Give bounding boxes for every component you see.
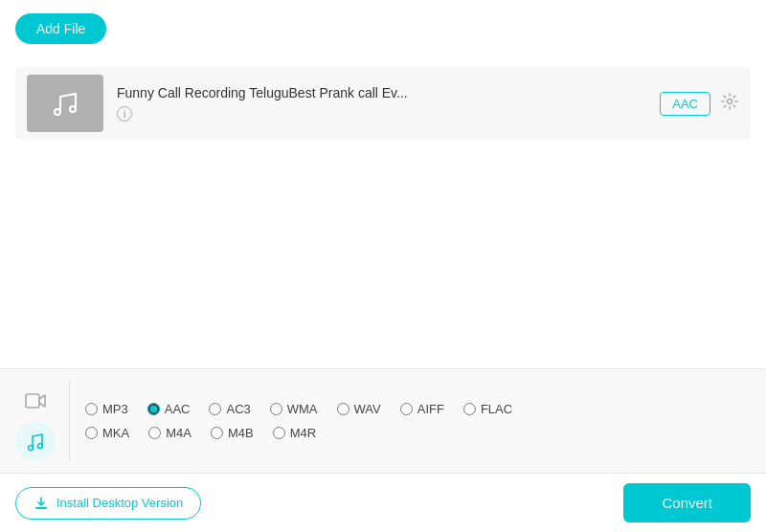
format-option-m4b[interactable]: M4B (211, 426, 254, 440)
tab-audio[interactable] (15, 421, 56, 461)
svg-point-2 (728, 99, 732, 103)
format-row-1: MP3 AAC AC3 WMA WAV AIFF F (85, 402, 751, 416)
format-option-m4a[interactable]: M4A (148, 426, 192, 440)
format-options: MP3 AAC AC3 WMA WAV AIFF F (85, 381, 751, 461)
format-option-mp3[interactable]: MP3 (85, 402, 128, 416)
svg-rect-6 (35, 507, 47, 509)
file-item: Funny Call Recording TeluguBest Prank ca… (15, 67, 751, 140)
media-type-tabs (15, 381, 70, 461)
top-bar: Add File (0, 0, 766, 57)
settings-icon[interactable] (720, 92, 739, 116)
file-info: Funny Call Recording TeluguBest Prank ca… (117, 85, 646, 122)
format-option-flac[interactable]: FLAC (463, 402, 512, 416)
convert-button[interactable]: Convert (623, 483, 751, 522)
file-list: Funny Call Recording TeluguBest Prank ca… (0, 57, 766, 368)
svg-point-4 (29, 446, 34, 451)
format-option-wma[interactable]: WMA (270, 402, 318, 416)
add-file-button[interactable]: Add File (15, 13, 106, 44)
svg-point-0 (55, 109, 60, 115)
svg-point-5 (38, 444, 43, 449)
format-option-ac3[interactable]: AC3 (209, 402, 250, 416)
format-row-2: MKA M4A M4B M4R (85, 426, 751, 440)
download-icon (34, 496, 49, 511)
music-icon (48, 86, 82, 121)
format-option-aac[interactable]: AAC (147, 402, 191, 416)
format-option-aiff[interactable]: AIFF (400, 402, 444, 416)
footer: Install Desktop Version Convert (0, 473, 766, 532)
format-badge-button[interactable]: AAC (660, 92, 710, 116)
format-option-m4r[interactable]: M4R (273, 426, 316, 440)
bottom-panel: MP3 AAC AC3 WMA WAV AIFF F (0, 368, 766, 473)
info-icon[interactable]: i (117, 106, 132, 122)
file-actions: AAC (660, 92, 739, 116)
tab-video[interactable] (15, 381, 56, 421)
file-thumbnail (27, 75, 103, 132)
file-name: Funny Call Recording TeluguBest Prank ca… (117, 85, 646, 100)
format-option-mka[interactable]: MKA (85, 426, 129, 440)
svg-point-1 (70, 106, 76, 112)
format-option-wav[interactable]: WAV (337, 402, 381, 416)
install-desktop-button[interactable]: Install Desktop Version (15, 487, 201, 520)
format-section: MP3 AAC AC3 WMA WAV AIFF F (0, 369, 766, 473)
svg-rect-3 (26, 394, 39, 408)
